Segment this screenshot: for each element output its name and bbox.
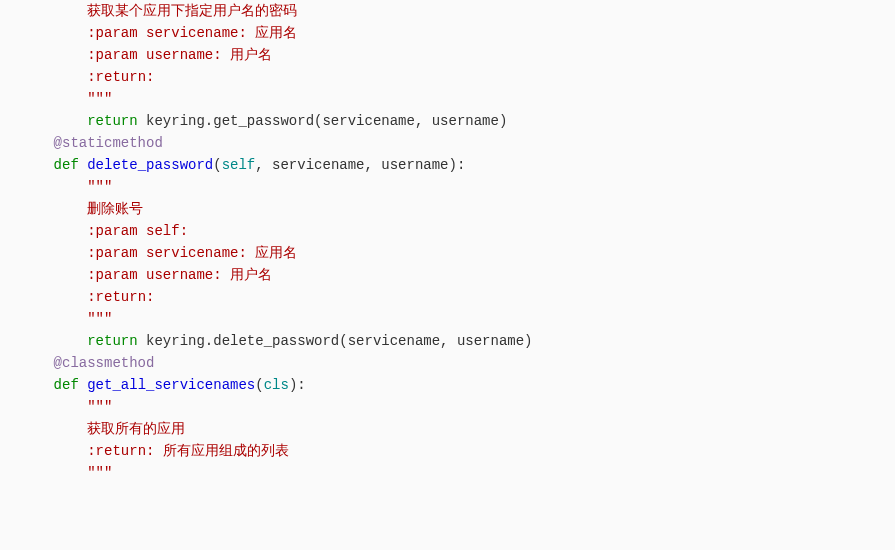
code-line: def delete_password(self, servicename, u… [20, 154, 895, 176]
code-line: :param servicename: 应用名 [20, 22, 895, 44]
code-line: :param self: [20, 220, 895, 242]
token-plain: ( [255, 377, 263, 393]
token-plain: , servicename, username): [255, 157, 465, 173]
code-line: """ [20, 396, 895, 418]
token-plain: keyring.delete_password(servicename, use… [138, 333, 533, 349]
code-line: :return: [20, 66, 895, 88]
token-comment: """ [87, 465, 112, 481]
code-line: """ [20, 308, 895, 330]
token-comment: """ [87, 399, 112, 415]
token-plain: keyring.get_password(servicename, userna… [138, 113, 508, 129]
code-line: :return: 所有应用组成的列表 [20, 440, 895, 462]
token-param: cls [264, 377, 289, 393]
token-keyword: return [87, 333, 137, 349]
token-comment: 获取所有的应用 [87, 421, 185, 437]
token-funcname: get_all_servicenames [87, 377, 255, 393]
code-line: """ [20, 88, 895, 110]
code-line: :param servicename: 应用名 [20, 242, 895, 264]
code-block: 获取某个应用下指定用户名的密码 :param servicename: 应用名 … [0, 0, 895, 484]
token-comment: """ [87, 91, 112, 107]
token-plain: ): [289, 377, 306, 393]
code-line: :param username: 用户名 [20, 44, 895, 66]
code-line: """ [20, 462, 895, 484]
token-comment: :param username: 用户名 [87, 267, 272, 283]
token-param: self [222, 157, 256, 173]
token-comment: :return: 所有应用组成的列表 [87, 443, 289, 459]
token-comment: 删除账号 [87, 201, 143, 217]
token-plain: ( [213, 157, 221, 173]
token-decorator: @classmethod [54, 355, 155, 371]
token-comment: :return: [87, 289, 154, 305]
token-comment: :param self: [87, 223, 188, 239]
token-comment: 获取某个应用下指定用户名的密码 [87, 3, 297, 19]
code-line: :param username: 用户名 [20, 264, 895, 286]
token-comment: """ [87, 311, 112, 327]
token-keyword: def [54, 157, 88, 173]
token-comment: """ [87, 179, 112, 195]
code-line: """ [20, 176, 895, 198]
code-line: def get_all_servicenames(cls): [20, 374, 895, 396]
token-keyword: def [54, 377, 88, 393]
code-line: return keyring.delete_password(servicena… [20, 330, 895, 352]
code-line: 删除账号 [20, 198, 895, 220]
token-comment: :param servicename: 应用名 [87, 25, 297, 41]
token-comment: :param servicename: 应用名 [87, 245, 297, 261]
code-line: return keyring.get_password(servicename,… [20, 110, 895, 132]
code-line: @staticmethod [20, 132, 895, 154]
token-keyword: return [87, 113, 137, 129]
token-comment: :param username: 用户名 [87, 47, 272, 63]
token-decorator: @staticmethod [54, 135, 163, 151]
token-comment: :return: [87, 69, 154, 85]
token-funcname: delete_password [87, 157, 213, 173]
code-line: 获取所有的应用 [20, 418, 895, 440]
code-line: :return: [20, 286, 895, 308]
code-line: @classmethod [20, 352, 895, 374]
code-line: 获取某个应用下指定用户名的密码 [20, 0, 895, 22]
